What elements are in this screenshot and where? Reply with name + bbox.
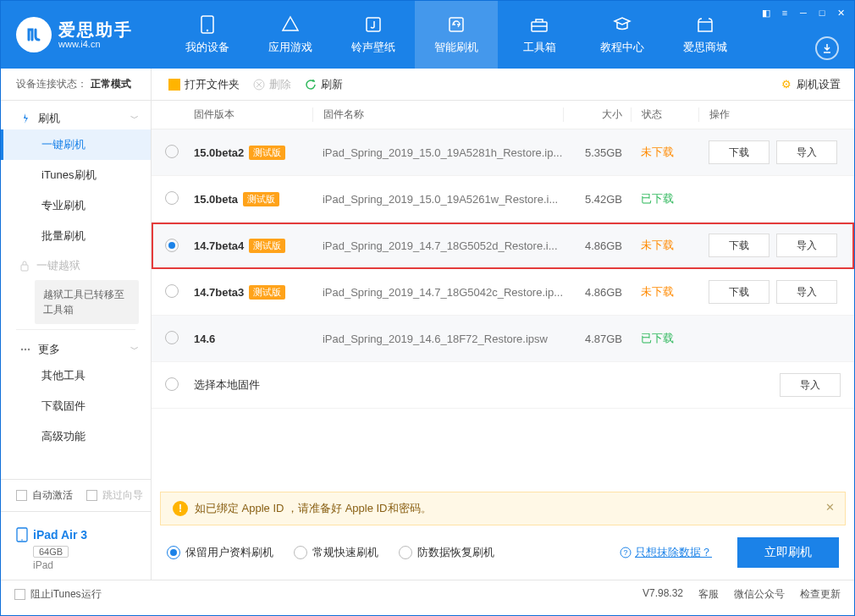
group-label: 更多 — [38, 342, 60, 357]
table-row[interactable]: 14.6iPad_Spring_2019_14.6_18F72_Restore.… — [152, 316, 854, 362]
firmware-size: 5.42GB — [563, 193, 631, 206]
import-button[interactable]: 导入 — [780, 373, 841, 397]
table-row[interactable]: 15.0beta2测试版iPad_Spring_2019_15.0_19A528… — [152, 129, 854, 176]
lock-icon — [19, 260, 30, 272]
app-header: 爱思助手 www.i4.cn 我的设备 应用游戏 铃声壁纸 智能刷机 工具箱 教… — [1, 1, 854, 69]
option-label: 保留用户资料刷机 — [185, 545, 273, 560]
folder-icon — [168, 79, 180, 91]
divider — [16, 329, 135, 330]
radio[interactable] — [399, 546, 412, 559]
table-row[interactable]: 14.7beta4测试版iPad_Spring_2019_14.7_18G505… — [152, 223, 854, 269]
radio[interactable] — [165, 239, 179, 252]
flash-option[interactable]: 常规快速刷机 — [294, 545, 378, 560]
table-row[interactable]: 14.7beta3测试版iPad_Spring_2019_14.7_18G504… — [152, 269, 854, 316]
minimize-icon[interactable]: ─ — [797, 6, 810, 19]
sidebar-group-flash[interactable]: 刷机 ﹀ — [1, 104, 151, 129]
erase-data-link[interactable]: ? 只想抹除数据？ — [620, 545, 712, 560]
download-indicator-icon[interactable] — [815, 36, 839, 60]
more-icon — [19, 344, 31, 355]
radio[interactable] — [165, 377, 179, 391]
radio[interactable] — [165, 284, 179, 298]
sidebar-item-download-firmware[interactable]: 下载固件 — [1, 391, 151, 421]
flash-option[interactable]: 防数据恢复刷机 — [399, 545, 494, 560]
flash-now-button[interactable]: 立即刷机 — [737, 537, 839, 568]
nav-store[interactable]: 爱思商城 — [664, 1, 747, 69]
toolbar: 打开文件夹 删除 刷新 ⚙ 刷机设置 — [152, 69, 854, 101]
svg-point-1 — [207, 30, 208, 31]
link-text: 只想抹除数据？ — [635, 545, 712, 560]
refresh-button[interactable]: 刷新 — [301, 75, 346, 94]
download-button[interactable]: 下载 — [709, 140, 770, 164]
jailbreak-note: 越狱工具已转移至工具箱 — [35, 280, 139, 324]
table-row[interactable]: 15.0beta测试版iPad_Spring_2019_15.0_19A5261… — [152, 176, 854, 223]
maximize-icon[interactable]: □ — [815, 6, 829, 19]
flash-option[interactable]: 保留用户资料刷机 — [167, 545, 273, 560]
skin-icon[interactable]: ◧ — [759, 6, 773, 19]
nav-apps[interactable]: 应用游戏 — [249, 1, 332, 69]
nav-flash[interactable]: 智能刷机 — [415, 1, 498, 69]
device-name-row[interactable]: iPad Air 3 — [16, 527, 151, 542]
device-name: iPad Air 3 — [33, 528, 87, 542]
nav-tutorial[interactable]: 教程中心 — [581, 1, 664, 69]
close-icon[interactable]: ✕ — [834, 6, 847, 19]
import-button[interactable]: 导入 — [776, 140, 837, 164]
import-button[interactable]: 导入 — [776, 280, 837, 304]
radio[interactable] — [167, 546, 180, 559]
sidebar-item-other-tools[interactable]: 其他工具 — [1, 360, 151, 391]
nav-ringtone[interactable]: 铃声壁纸 — [332, 1, 415, 69]
menu-icon[interactable]: ≡ — [778, 6, 792, 19]
logo-icon — [16, 17, 52, 52]
sidebar-item-advanced[interactable]: 高级功能 — [1, 421, 151, 452]
wechat-link[interactable]: 微信公众号 — [734, 587, 785, 602]
delete-button[interactable]: 删除 — [250, 75, 295, 94]
svg-rect-5 — [21, 265, 28, 271]
import-button[interactable]: 导入 — [776, 234, 837, 257]
radio[interactable] — [165, 331, 179, 344]
radio[interactable] — [294, 546, 307, 559]
auto-activate-label: 自动激活 — [32, 488, 73, 503]
group-label: 刷机 — [38, 111, 60, 126]
check-update-link[interactable]: 检查更新 — [800, 587, 841, 602]
download-button[interactable]: 下载 — [709, 280, 770, 304]
beta-badge: 测试版 — [243, 192, 279, 206]
firmware-name: iPad_Spring_2019_14.7_18G5042c_Restore.i… — [312, 286, 563, 299]
download-button[interactable]: 下载 — [709, 234, 770, 257]
nav-toolbox[interactable]: 工具箱 — [498, 1, 581, 69]
device-panel: 自动激活 跳过向导 — [1, 479, 151, 511]
btn-label: 打开文件夹 — [185, 77, 240, 92]
nav-label: 我的设备 — [185, 40, 229, 55]
connection-status: 设备连接状态： 正常模式 — [1, 69, 151, 101]
beta-badge: 测试版 — [249, 146, 285, 160]
status-badge: 已下载 — [631, 331, 698, 346]
beta-badge: 测试版 — [249, 285, 285, 300]
sidebar-item-onekey-flash[interactable]: 一键刷机 — [1, 129, 151, 160]
customer-service-link[interactable]: 客服 — [698, 587, 719, 602]
radio[interactable] — [165, 191, 179, 205]
flash-settings-button[interactable]: ⚙ 刷机设置 — [781, 77, 841, 92]
auto-activate-checkbox[interactable] — [16, 490, 27, 501]
sidebar-item-batch-flash[interactable]: 批量刷机 — [1, 221, 151, 251]
firmware-size: 4.86GB — [563, 239, 631, 252]
nav-label: 爱思商城 — [683, 40, 727, 55]
warning-icon: ! — [173, 501, 188, 516]
sidebar-group-more[interactable]: 更多 ﹀ — [1, 335, 151, 360]
block-itunes-checkbox[interactable] — [14, 589, 25, 600]
nav-my-device[interactable]: 我的设备 — [166, 1, 249, 69]
apple-id-notice: ! 如已绑定 Apple ID ，请准备好 Apple ID和密码。 ✕ — [160, 492, 846, 525]
open-folder-button[interactable]: 打开文件夹 — [165, 75, 243, 94]
top-nav: 我的设备 应用游戏 铃声壁纸 智能刷机 工具箱 教程中心 爱思商城 — [166, 1, 854, 69]
apps-icon — [280, 14, 301, 35]
close-notice-icon[interactable]: ✕ — [825, 501, 835, 514]
status-badge: 未下载 — [631, 145, 698, 160]
skip-guide-checkbox[interactable] — [86, 490, 97, 501]
sidebar-item-pro-flash[interactable]: 专业刷机 — [1, 190, 151, 221]
btn-label: 刷新 — [321, 77, 343, 92]
chevron-down-icon: ﹀ — [130, 344, 139, 355]
sidebar-group-jailbreak: 一键越狱 — [1, 251, 151, 277]
sidebar-item-itunes-flash[interactable]: iTunes刷机 — [1, 160, 151, 190]
svg-text:?: ? — [623, 548, 627, 557]
col-name: 固件名称 — [312, 107, 563, 122]
block-itunes-label: 阻止iTunes运行 — [30, 587, 102, 602]
device-icon — [197, 14, 218, 35]
radio[interactable] — [165, 145, 179, 158]
